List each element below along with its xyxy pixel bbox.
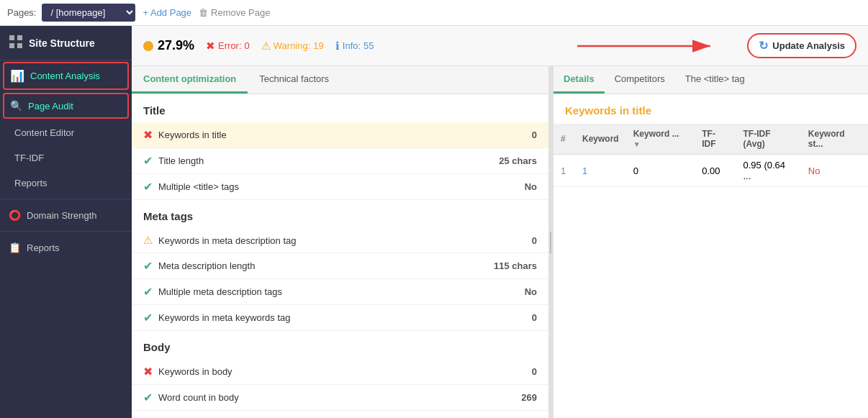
keywords-table: # Keyword Keyword ... ▼ TF-IDF TF-IDF (A… bbox=[553, 124, 868, 187]
audit-row-keywords-title: ✖ Keywords in title 0 bbox=[132, 122, 548, 148]
sidebar-label-reports-1: Reports bbox=[14, 178, 48, 188]
arrow-indicator bbox=[386, 35, 736, 57]
sidebar-item-page-audit[interactable]: 🔍 Page Audit bbox=[3, 93, 129, 119]
ok-row-icon-6: ✔ bbox=[143, 391, 153, 404]
right-panel: Details Competitors The <title> tag Keyw… bbox=[553, 66, 868, 418]
reports2-icon: 📋 bbox=[9, 242, 21, 253]
audit-row-meta-kw-tag: ✔ Keywords in meta keywords tag 0 bbox=[132, 305, 548, 331]
audit-row-kw-h1: ⚠ Keywords in H1 0 bbox=[132, 411, 548, 418]
grid-icon bbox=[9, 35, 23, 51]
keywords-in-title-heading: Keywords in title bbox=[553, 94, 868, 124]
error-icon: ✖ bbox=[206, 40, 215, 53]
audit-row-kw-body: ✖ Keywords in body 0 bbox=[132, 359, 548, 385]
col-header-hash: # bbox=[553, 124, 575, 155]
sidebar-item-tf-idf[interactable]: TF-IDF bbox=[0, 145, 132, 171]
refresh-icon: ↻ bbox=[759, 39, 768, 53]
audit-icon: 🔍 bbox=[10, 100, 22, 112]
sidebar-label-content-analysis: Content Analysis bbox=[30, 71, 100, 81]
audit-value-title-length: 25 chars bbox=[487, 155, 537, 166]
sidebar-label-page-audit: Page Audit bbox=[28, 101, 73, 112]
audit-row-multiple-title: ✔ Multiple <title> tags No bbox=[132, 174, 548, 200]
audit-value-meta-length: 115 chars bbox=[487, 260, 537, 271]
left-tab-bar: Content optimization Technical factors bbox=[132, 66, 548, 94]
resize-handle[interactable] bbox=[549, 66, 553, 418]
col-header-keyword: Keyword bbox=[575, 124, 626, 155]
svg-rect-1 bbox=[17, 35, 22, 40]
sidebar-item-domain-strength[interactable]: ⭕ Domain Strength bbox=[0, 202, 132, 228]
warning-value: 19 bbox=[313, 40, 323, 51]
section-title-body: Body bbox=[132, 331, 548, 359]
svg-rect-3 bbox=[17, 43, 22, 48]
svg-rect-2 bbox=[9, 43, 14, 48]
sidebar-label-domain-strength: Domain Strength bbox=[27, 210, 97, 221]
sidebar-divider-2 bbox=[0, 231, 132, 232]
audit-label-meta-keywords: Keywords in meta description tag bbox=[158, 235, 481, 246]
info-value: 55 bbox=[363, 40, 374, 51]
audit-value-multiple-meta: No bbox=[487, 286, 537, 297]
audit-label-multiple-meta: Multiple meta description tags bbox=[158, 286, 481, 297]
error-status: ✖ Error: 0 bbox=[206, 40, 250, 53]
sidebar-label-tf-idf: TF-IDF bbox=[14, 153, 44, 163]
err-row-icon-2: ✖ bbox=[143, 365, 153, 378]
main-layout: Site Structure 📊 Content Analysis 🔍 Page… bbox=[0, 26, 868, 418]
warn-row-icon: ⚠ bbox=[143, 234, 153, 247]
tab-title-tag[interactable]: The <title> tag bbox=[675, 66, 755, 94]
right-tab-bar: Details Competitors The <title> tag bbox=[553, 66, 868, 94]
page-select[interactable]: / [homepage] bbox=[42, 4, 135, 22]
trash-icon: 🗑 bbox=[199, 7, 208, 18]
sort-icon: ▼ bbox=[633, 140, 641, 148]
ok-row-icon: ✔ bbox=[143, 154, 153, 168]
sidebar-divider bbox=[0, 199, 132, 199]
top-bar-actions: + Add Page 🗑 Remove Page bbox=[143, 7, 270, 18]
ok-row-icon-2: ✔ bbox=[143, 180, 153, 194]
info-icon: ℹ bbox=[335, 40, 340, 53]
audit-label-meta-kw-tag: Keywords in meta keywords tag bbox=[158, 312, 481, 323]
cell-keyword[interactable]: 1 bbox=[575, 155, 626, 187]
col-header-kw-status: Keyword st... bbox=[801, 124, 868, 155]
section-title-title: Title bbox=[132, 94, 548, 122]
audit-row-meta-keywords: ⚠ Keywords in meta description tag 0 bbox=[132, 228, 548, 253]
sidebar-header: Site Structure bbox=[0, 26, 132, 60]
add-page-button[interactable]: + Add Page bbox=[143, 7, 191, 18]
error-row-icon: ✖ bbox=[143, 128, 153, 142]
audit-value-word-count: 269 bbox=[487, 392, 537, 403]
domain-icon: ⭕ bbox=[9, 209, 21, 221]
sidebar-item-content-editor[interactable]: Content Editor bbox=[0, 120, 132, 145]
audit-row-word-count: ✔ Word count in body 269 bbox=[132, 385, 548, 411]
warning-label: Warning: bbox=[273, 40, 311, 51]
error-value: 0 bbox=[245, 40, 250, 51]
remove-page-button[interactable]: 🗑 Remove Page bbox=[199, 7, 270, 18]
audit-value-multiple-title: No bbox=[487, 181, 537, 192]
audit-value-meta-kw-tag: 0 bbox=[487, 312, 537, 323]
svg-rect-0 bbox=[9, 35, 14, 40]
audit-label-multiple-title: Multiple <title> tags bbox=[158, 181, 481, 192]
table-row: 1 1 0 0.00 0.95 (0.64 ... No bbox=[553, 155, 868, 187]
top-bar: Pages: / [homepage] + Add Page 🗑 Remove … bbox=[0, 0, 868, 26]
cell-num: 1 bbox=[553, 155, 575, 187]
score-value: 27.9% bbox=[158, 38, 194, 53]
sidebar-label-content-editor: Content Editor bbox=[14, 127, 74, 138]
score-display: 27.9% bbox=[143, 38, 194, 53]
sidebar-item-reports-2[interactable]: 📋 Reports bbox=[0, 235, 132, 260]
sidebar: Site Structure 📊 Content Analysis 🔍 Page… bbox=[0, 26, 132, 418]
audit-row-meta-length: ✔ Meta description length 115 chars bbox=[132, 253, 548, 279]
col-header-tfidf: TF-IDF bbox=[695, 124, 736, 155]
cell-kw-status: No bbox=[801, 155, 868, 187]
tab-competitors[interactable]: Competitors bbox=[605, 66, 675, 94]
error-label: Error: bbox=[218, 40, 242, 51]
info-status: ℹ Info: 55 bbox=[335, 40, 374, 53]
ok-row-icon-3: ✔ bbox=[143, 259, 153, 273]
ok-row-icon-4: ✔ bbox=[143, 285, 153, 299]
tab-technical-factors[interactable]: Technical factors bbox=[248, 66, 340, 94]
audit-label-word-count: Word count in body bbox=[158, 392, 481, 403]
sidebar-item-content-analysis[interactable]: 📊 Content Analysis bbox=[3, 62, 129, 90]
tab-content-optimization[interactable]: Content optimization bbox=[132, 66, 248, 94]
update-analysis-button[interactable]: ↻ Update Analysis bbox=[747, 33, 856, 58]
col-header-tfidf-avg: TF-IDF (Avg) bbox=[736, 124, 800, 155]
score-dot bbox=[143, 41, 153, 51]
sidebar-item-reports-1[interactable]: Reports bbox=[0, 171, 132, 196]
col-header-kw-count[interactable]: Keyword ... ▼ bbox=[626, 124, 695, 155]
ok-row-icon-5: ✔ bbox=[143, 311, 153, 324]
warning-icon: ⚠ bbox=[261, 40, 271, 53]
tab-details[interactable]: Details bbox=[553, 66, 605, 94]
